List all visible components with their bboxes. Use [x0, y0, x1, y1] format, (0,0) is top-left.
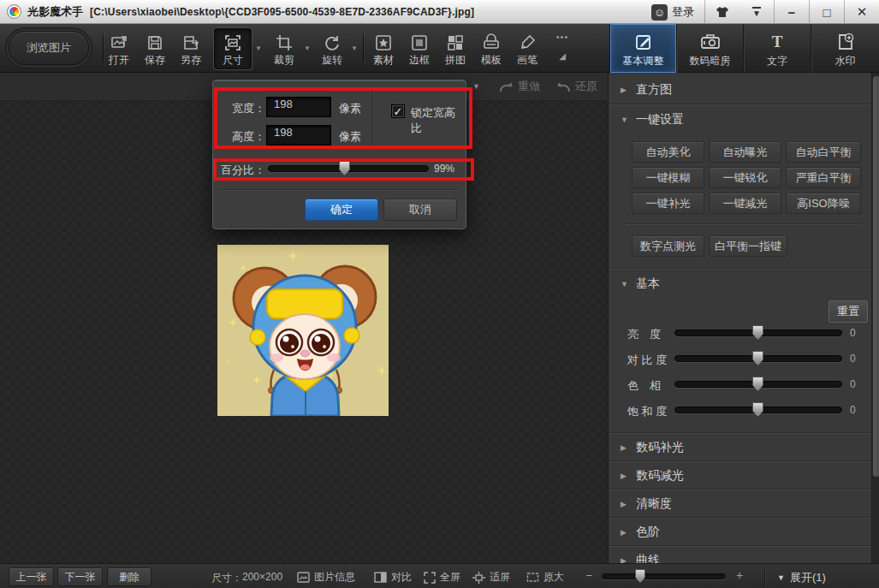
collapsed-arrow-icon: ▶: [621, 443, 627, 452]
redo-button[interactable]: 重做: [499, 79, 540, 94]
rotate-dropdown-arrow[interactable]: ▼: [351, 45, 358, 52]
original-size-icon: [526, 572, 539, 583]
collapse-toolbar-button[interactable]: ▼: [739, 0, 774, 24]
tab-watermark[interactable]: 水印: [811, 24, 879, 73]
hue-slider[interactable]: [674, 381, 842, 388]
statusbar-separator: [764, 567, 765, 586]
hue-slider-row: 色 相 0: [609, 376, 871, 393]
hue-slider-thumb[interactable]: [752, 377, 763, 391]
section-one-key[interactable]: ▼ 一键设置: [609, 109, 865, 131]
image-canvas: ▼ 重做 还原: [0, 73, 608, 563]
clothes-icon: [715, 6, 730, 18]
fullscreen-icon: [424, 572, 436, 584]
open-button[interactable]: 打开: [100, 28, 138, 69]
tab-digital-darkroom[interactable]: 数码暗房: [676, 24, 743, 73]
section-curves[interactable]: ▶ 曲线: [609, 549, 865, 563]
crop-button[interactable]: 裁剪: [265, 28, 303, 69]
brush-button[interactable]: 画笔: [508, 28, 546, 69]
photo-preview[interactable]: [217, 245, 389, 416]
section-digital-dim-light[interactable]: ▶ 数码减光: [609, 465, 865, 487]
expand-tray-button[interactable]: ▼ 展开(1): [777, 570, 826, 585]
tab-basic-adjust[interactable]: 基本调整: [609, 24, 676, 73]
undo-button[interactable]: 还原: [556, 79, 597, 94]
avatar-smiley-icon: ☺: [651, 4, 668, 21]
cartoon-monkey-image: [217, 245, 389, 416]
collage-grid-icon: [446, 33, 465, 52]
contrast-slider[interactable]: [674, 355, 842, 362]
login-button[interactable]: ☺ 登录: [641, 0, 704, 24]
resize-dropdown-arrow[interactable]: ▼: [255, 45, 262, 52]
auto-beautify-button[interactable]: 自动美化: [632, 141, 704, 163]
tab-text[interactable]: T 文字: [743, 24, 811, 73]
severe-white-balance-button[interactable]: 严重白平衡: [786, 167, 861, 188]
panel-divider: [609, 104, 871, 105]
section-digital-fill-light[interactable]: ▶ 数码补光: [609, 437, 865, 459]
delete-image-button[interactable]: 删除: [107, 567, 151, 586]
border-button[interactable]: 边框: [401, 28, 438, 69]
resize-button[interactable]: 尺寸: [214, 28, 252, 69]
fit-screen-icon: [472, 572, 485, 584]
reset-button[interactable]: 重置: [829, 300, 868, 323]
one-key-dim-light-button[interactable]: 一键减光: [709, 193, 781, 214]
save-as-button[interactable]: 另存: [172, 28, 210, 69]
hidden-dropdown-arrow[interactable]: ▼: [472, 82, 480, 91]
section-basic[interactable]: ▼ 基本: [609, 273, 865, 295]
compare-button[interactable]: 对比: [374, 570, 412, 585]
one-key-sharpen-button[interactable]: 一键锐化: [709, 167, 781, 188]
fullscreen-button[interactable]: 全屏: [424, 570, 460, 585]
close-button[interactable]: ✕: [845, 0, 879, 24]
zoom-out-button[interactable]: −: [585, 569, 592, 581]
skin-button[interactable]: [705, 0, 739, 24]
contrast-value: 0: [850, 353, 856, 365]
white-balance-one-key-button[interactable]: 白平衡一指键: [709, 235, 787, 257]
more-tools-button[interactable]: ••• ◢: [548, 33, 577, 61]
panel-scrollbar[interactable]: [871, 73, 879, 563]
zoom-slider[interactable]: [602, 573, 726, 579]
saturation-slider-thumb[interactable]: [752, 402, 763, 417]
brightness-slider-thumb[interactable]: [752, 325, 763, 340]
brightness-slider[interactable]: [674, 330, 842, 336]
rotate-button[interactable]: 旋转: [313, 28, 351, 69]
high-iso-denoise-button[interactable]: 高ISO降噪: [786, 193, 861, 214]
ok-button[interactable]: 确定: [305, 199, 378, 221]
auto-exposure-button[interactable]: 自动曝光: [709, 141, 781, 163]
resize-icon: [223, 33, 242, 52]
save-button[interactable]: 保存: [136, 28, 174, 69]
original-size-button[interactable]: 原大: [526, 570, 564, 585]
browse-images-button[interactable]: 浏览图片: [9, 31, 89, 65]
app-title: 光影魔术手: [27, 4, 83, 20]
one-key-fill-light-button[interactable]: 一键补光: [632, 193, 704, 214]
saturation-value: 0: [850, 404, 856, 416]
digital-spot-metering-button[interactable]: 数字点测光: [632, 235, 704, 257]
fit-screen-button[interactable]: 适屏: [472, 570, 510, 585]
window-file-path: [C:\Users\xiaobei\Desktop\{CCD3F095-6500…: [90, 6, 474, 18]
section-histogram[interactable]: ▶ 直方图: [609, 79, 865, 101]
next-image-button[interactable]: 下一张: [57, 567, 103, 586]
toolbar-separator: [363, 31, 364, 67]
zoom-in-button[interactable]: +: [736, 569, 743, 581]
one-key-blur-button[interactable]: 一键模糊: [632, 167, 704, 188]
template-button[interactable]: 模板: [472, 28, 510, 69]
cancel-button[interactable]: 取消: [383, 199, 457, 221]
minimize-button[interactable]: −: [775, 0, 809, 24]
contrast-slider-thumb[interactable]: [752, 351, 763, 365]
size-label: 尺寸：: [211, 571, 242, 585]
section-levels[interactable]: ▶ 色阶: [609, 521, 865, 543]
chevron-down-icon: ▼: [777, 573, 785, 582]
maximize-button[interactable]: □: [810, 0, 844, 24]
auto-white-balance-button[interactable]: 自动白平衡: [786, 141, 861, 163]
size-value: 200×200: [242, 571, 282, 583]
material-button[interactable]: 素材: [365, 28, 402, 69]
photoshine-window: 光影魔术手 [C:\Users\xiaobei\Desktop\{CCD3F09…: [0, 0, 879, 588]
zoom-slider-thumb[interactable]: [635, 569, 645, 583]
rotate-icon: [323, 33, 342, 52]
collage-button[interactable]: 拼图: [437, 28, 474, 69]
crop-dropdown-arrow[interactable]: ▼: [304, 45, 311, 52]
saturation-slider[interactable]: [674, 407, 842, 413]
section-clarity[interactable]: ▶ 清晰度: [609, 493, 865, 515]
panel-divider: [609, 268, 871, 270]
panel-scrollbar-thumb[interactable]: [873, 76, 879, 477]
resize-dialog: 宽度： 198 像素 高度： 198 像素 ✓ 锁定宽高比 百分比： 99% 确…: [212, 80, 466, 229]
image-info-button[interactable]: 图片信息: [297, 570, 355, 585]
previous-image-button[interactable]: 上一张: [9, 567, 54, 586]
